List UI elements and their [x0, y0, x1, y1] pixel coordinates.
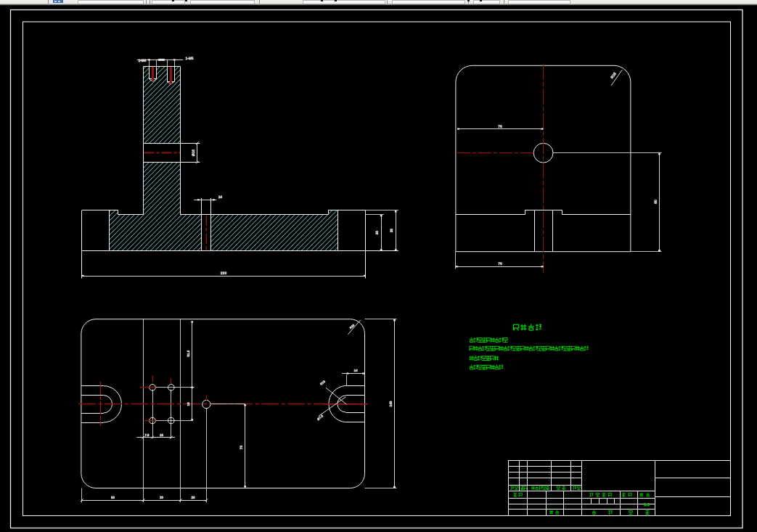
- svg-text:1-M6: 1-M6: [139, 59, 147, 63]
- svg-text:30: 30: [376, 231, 380, 235]
- svg-text:70: 70: [240, 446, 244, 450]
- svg-text:60: 60: [654, 200, 658, 204]
- svg-text:16: 16: [218, 195, 223, 200]
- svg-text:Ø10: Ø10: [192, 150, 196, 157]
- svg-text:15: 15: [160, 433, 163, 437]
- svg-text:7.5: 7.5: [145, 433, 150, 437]
- svg-text:20: 20: [191, 496, 195, 499]
- svg-text:70: 70: [498, 262, 502, 266]
- svg-text:70: 70: [498, 125, 502, 129]
- svg-text:30: 30: [160, 496, 164, 499]
- svg-text:140: 140: [389, 401, 393, 406]
- svg-text:14: 14: [353, 369, 358, 372]
- svg-text:15: 15: [187, 402, 190, 406]
- svg-text:81.5: 81.5: [187, 350, 190, 356]
- svg-text:1-M5: 1-M5: [186, 57, 194, 61]
- svg-text:1:1: 1:1: [644, 503, 650, 507]
- svg-text:35: 35: [390, 229, 395, 233]
- svg-text:230: 230: [221, 271, 227, 276]
- svg-text:50: 50: [111, 496, 115, 499]
